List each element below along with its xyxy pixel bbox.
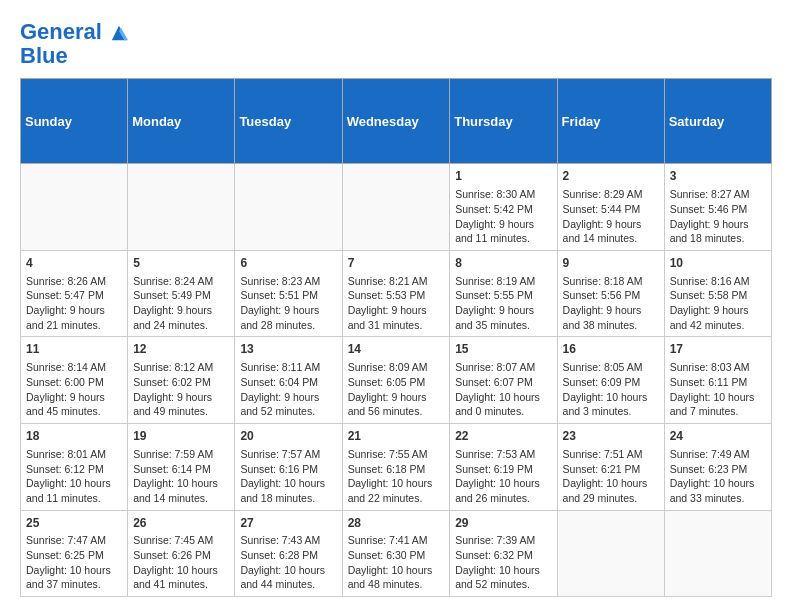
calendar-table: SundayMondayTuesdayWednesdayThursdayFrid… bbox=[20, 78, 772, 597]
day-info: Sunset: 5:56 PM bbox=[563, 288, 659, 303]
week-row-0: 1Sunrise: 8:30 AMSunset: 5:42 PMDaylight… bbox=[21, 164, 772, 251]
day-info: Daylight: 9 hours and 35 minutes. bbox=[455, 303, 551, 332]
day-number: 26 bbox=[133, 515, 229, 532]
day-number: 16 bbox=[563, 341, 659, 358]
day-info: Sunrise: 8:14 AM bbox=[26, 360, 122, 375]
day-info: Sunrise: 8:26 AM bbox=[26, 274, 122, 289]
header-sunday: Sunday bbox=[21, 79, 128, 164]
day-info: Daylight: 10 hours and 29 minutes. bbox=[563, 476, 659, 505]
day-info: Daylight: 10 hours and 0 minutes. bbox=[455, 390, 551, 419]
day-info: Daylight: 9 hours and 28 minutes. bbox=[240, 303, 336, 332]
day-info: Sunset: 6:25 PM bbox=[26, 548, 122, 563]
day-info: Sunset: 6:05 PM bbox=[348, 375, 445, 390]
day-number: 20 bbox=[240, 428, 336, 445]
calendar-cell: 12Sunrise: 8:12 AMSunset: 6:02 PMDayligh… bbox=[128, 337, 235, 424]
day-info: Sunrise: 7:47 AM bbox=[26, 533, 122, 548]
calendar-cell: 29Sunrise: 7:39 AMSunset: 6:32 PMDayligh… bbox=[450, 510, 557, 597]
day-info: Sunset: 6:26 PM bbox=[133, 548, 229, 563]
day-info: Sunrise: 7:43 AM bbox=[240, 533, 336, 548]
calendar-cell bbox=[557, 510, 664, 597]
day-info: Sunset: 6:11 PM bbox=[670, 375, 766, 390]
calendar-cell: 17Sunrise: 8:03 AMSunset: 6:11 PMDayligh… bbox=[664, 337, 771, 424]
day-info: Daylight: 10 hours and 14 minutes. bbox=[133, 476, 229, 505]
day-number: 4 bbox=[26, 255, 122, 272]
day-info: Sunrise: 8:30 AM bbox=[455, 187, 551, 202]
header-wednesday: Wednesday bbox=[342, 79, 450, 164]
day-info: Daylight: 9 hours and 14 minutes. bbox=[563, 217, 659, 246]
day-info: Sunset: 5:42 PM bbox=[455, 202, 551, 217]
day-number: 13 bbox=[240, 341, 336, 358]
day-number: 18 bbox=[26, 428, 122, 445]
calendar-cell: 6Sunrise: 8:23 AMSunset: 5:51 PMDaylight… bbox=[235, 250, 342, 337]
day-info: Sunset: 6:21 PM bbox=[563, 462, 659, 477]
day-info: Daylight: 10 hours and 26 minutes. bbox=[455, 476, 551, 505]
day-info: Daylight: 9 hours and 42 minutes. bbox=[670, 303, 766, 332]
day-info: Sunset: 5:58 PM bbox=[670, 288, 766, 303]
day-info: Sunrise: 8:12 AM bbox=[133, 360, 229, 375]
day-info: Daylight: 10 hours and 11 minutes. bbox=[26, 476, 122, 505]
day-info: Daylight: 10 hours and 3 minutes. bbox=[563, 390, 659, 419]
day-number: 9 bbox=[563, 255, 659, 272]
day-number: 1 bbox=[455, 168, 551, 185]
day-info: Sunset: 6:02 PM bbox=[133, 375, 229, 390]
day-info: Sunrise: 8:21 AM bbox=[348, 274, 445, 289]
week-row-2: 11Sunrise: 8:14 AMSunset: 6:00 PMDayligh… bbox=[21, 337, 772, 424]
logo-blue-text: Blue bbox=[20, 44, 128, 68]
day-info: Sunset: 6:14 PM bbox=[133, 462, 229, 477]
day-info: Daylight: 10 hours and 7 minutes. bbox=[670, 390, 766, 419]
week-row-1: 4Sunrise: 8:26 AMSunset: 5:47 PMDaylight… bbox=[21, 250, 772, 337]
day-number: 7 bbox=[348, 255, 445, 272]
day-info: Sunrise: 7:41 AM bbox=[348, 533, 445, 548]
day-info: Daylight: 10 hours and 22 minutes. bbox=[348, 476, 445, 505]
day-info: Daylight: 9 hours and 11 minutes. bbox=[455, 217, 551, 246]
day-info: Sunset: 5:47 PM bbox=[26, 288, 122, 303]
day-info: Daylight: 10 hours and 18 minutes. bbox=[240, 476, 336, 505]
day-info: Sunrise: 7:53 AM bbox=[455, 447, 551, 462]
day-info: Sunset: 5:51 PM bbox=[240, 288, 336, 303]
calendar-header-row: SundayMondayTuesdayWednesdayThursdayFrid… bbox=[21, 79, 772, 164]
calendar-cell: 8Sunrise: 8:19 AMSunset: 5:55 PMDaylight… bbox=[450, 250, 557, 337]
day-number: 28 bbox=[348, 515, 445, 532]
day-number: 15 bbox=[455, 341, 551, 358]
day-info: Sunset: 6:19 PM bbox=[455, 462, 551, 477]
day-info: Sunrise: 8:03 AM bbox=[670, 360, 766, 375]
day-info: Sunrise: 7:45 AM bbox=[133, 533, 229, 548]
calendar-cell: 13Sunrise: 8:11 AMSunset: 6:04 PMDayligh… bbox=[235, 337, 342, 424]
day-info: Sunset: 6:32 PM bbox=[455, 548, 551, 563]
day-number: 6 bbox=[240, 255, 336, 272]
day-number: 29 bbox=[455, 515, 551, 532]
week-row-3: 18Sunrise: 8:01 AMSunset: 6:12 PMDayligh… bbox=[21, 424, 772, 511]
day-info: Sunset: 6:30 PM bbox=[348, 548, 445, 563]
day-info: Daylight: 9 hours and 49 minutes. bbox=[133, 390, 229, 419]
day-number: 5 bbox=[133, 255, 229, 272]
day-info: Sunset: 5:46 PM bbox=[670, 202, 766, 217]
day-info: Sunrise: 8:23 AM bbox=[240, 274, 336, 289]
day-info: Sunrise: 8:11 AM bbox=[240, 360, 336, 375]
day-info: Sunrise: 7:39 AM bbox=[455, 533, 551, 548]
day-info: Sunset: 5:55 PM bbox=[455, 288, 551, 303]
day-info: Sunset: 6:09 PM bbox=[563, 375, 659, 390]
calendar-cell: 11Sunrise: 8:14 AMSunset: 6:00 PMDayligh… bbox=[21, 337, 128, 424]
day-info: Sunrise: 8:07 AM bbox=[455, 360, 551, 375]
logo-icon bbox=[110, 24, 128, 42]
calendar-cell: 3Sunrise: 8:27 AMSunset: 5:46 PMDaylight… bbox=[664, 164, 771, 251]
logo: General Blue bbox=[20, 20, 128, 68]
day-number: 27 bbox=[240, 515, 336, 532]
day-number: 25 bbox=[26, 515, 122, 532]
calendar-cell: 18Sunrise: 8:01 AMSunset: 6:12 PMDayligh… bbox=[21, 424, 128, 511]
day-info: Daylight: 10 hours and 48 minutes. bbox=[348, 563, 445, 592]
calendar-cell: 20Sunrise: 7:57 AMSunset: 6:16 PMDayligh… bbox=[235, 424, 342, 511]
day-info: Sunset: 5:44 PM bbox=[563, 202, 659, 217]
day-info: Sunset: 6:18 PM bbox=[348, 462, 445, 477]
day-info: Sunset: 6:00 PM bbox=[26, 375, 122, 390]
calendar-cell: 7Sunrise: 8:21 AMSunset: 5:53 PMDaylight… bbox=[342, 250, 450, 337]
calendar-cell: 15Sunrise: 8:07 AMSunset: 6:07 PMDayligh… bbox=[450, 337, 557, 424]
day-info: Sunrise: 7:57 AM bbox=[240, 447, 336, 462]
day-number: 8 bbox=[455, 255, 551, 272]
calendar-cell: 14Sunrise: 8:09 AMSunset: 6:05 PMDayligh… bbox=[342, 337, 450, 424]
calendar-cell: 19Sunrise: 7:59 AMSunset: 6:14 PMDayligh… bbox=[128, 424, 235, 511]
day-number: 3 bbox=[670, 168, 766, 185]
calendar-cell: 27Sunrise: 7:43 AMSunset: 6:28 PMDayligh… bbox=[235, 510, 342, 597]
day-info: Sunrise: 8:24 AM bbox=[133, 274, 229, 289]
day-info: Daylight: 10 hours and 52 minutes. bbox=[455, 563, 551, 592]
